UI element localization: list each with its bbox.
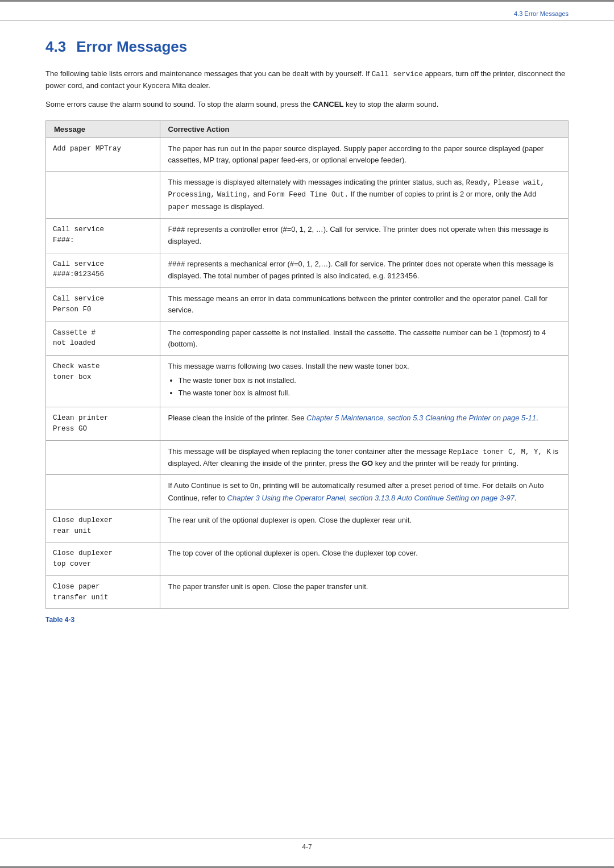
table-row: Add paper MPTray The paper has run out i… [46,137,568,171]
msg-close-duplexer-rear: Close duplexer rear unit [46,509,160,542]
table-row: Call service ####:0123456 #### represent… [46,253,568,288]
action-call-service-hash: #### represents a mechanical error (#=0,… [160,253,568,288]
table-row: Call service Person F0 This message mean… [46,288,568,322]
table-row: Close duplexer top cover The top cover o… [46,542,568,576]
action-cassette-not-loaded: The corresponding paper cassette is not … [160,322,568,355]
code-ready: Ready, [466,179,491,187]
code-on: On [250,482,259,490]
table-row: Call service F###: F### represents a con… [46,219,568,253]
intro-paragraph-1: The following table lists errors and mai… [45,68,569,92]
call-service-code: Call service [372,70,423,78]
action-close-paper-transfer: The paper transfer unit is open. Close t… [160,575,568,609]
section-number: 4.3 [45,38,66,56]
intro-p2-pre: Some errors cause the alarm sound to sou… [45,100,438,108]
code-####: #### [168,261,185,269]
table-row: Clean printer Press GO Please clean the … [46,407,568,441]
action-close-duplexer-rear: The rear unit of the optional duplexer i… [160,509,568,542]
list-item: The waste toner box is not installed. [179,375,561,386]
table-row: Cassette # not loaded The corresponding … [46,322,568,355]
table-header-row: Message Corrective Action [46,121,568,138]
go-bold: GO [362,459,373,468]
table-row: Check waste toner box This message warns… [46,355,568,407]
footer-bar: 4-7 [0,838,614,851]
intro-paragraph-2: Some errors cause the alarm sound to sou… [45,99,569,110]
table-row: Close duplexer rear unit The rear unit o… [46,509,568,542]
header-section-ref: 4.3 Error Messages [514,10,569,17]
auto-continue-link[interactable]: Chapter 3 Using the Operator Panel, sect… [227,494,515,502]
table-row: This message will be displayed when repl… [46,440,568,475]
col-header-action: Corrective Action [160,121,568,138]
action-call-service-person: This message means an error in data comm… [160,288,568,322]
col-header-message: Message [46,121,160,138]
clean-printer-link[interactable]: Chapter 5 Maintenance, section 5.3 Clean… [306,414,536,422]
code-please-wait: Please wait, [493,179,545,187]
action-clean-printer-2: This message will be displayed when repl… [160,440,568,475]
code-replace-toner: Replace toner C, M, Y, K [449,448,551,456]
table-caption: Table 4-3 [45,614,569,624]
cancel-bold: CANCEL [313,100,343,108]
msg-clean-printer-cont2 [46,475,160,510]
page-number: 4-7 [302,843,312,851]
header-bar: 4.3 Error Messages [0,0,614,21]
action-add-paper: The paper has run out in the paper sourc… [160,137,568,171]
action-clean-printer-1: Please clean the inside of the printer. … [160,407,568,441]
msg-call-service-person: Call service Person F0 [46,288,160,322]
intro-p1-pre: The following table lists errors and mai… [45,69,565,90]
code-form-feed: Form Feed Time Out. [268,191,349,199]
action-add-paper-cont: This message is displayed alternately wi… [160,171,568,218]
msg-cassette-not-loaded: Cassette # not loaded [46,322,160,355]
content-area: 4.3 Error Messages The following table l… [0,21,614,646]
msg-add-paper: Add paper MPTray [46,137,160,171]
table-row: If Auto Continue is set to On, printing … [46,475,568,510]
action-close-duplexer-top: The top cover of the optional duplexer i… [160,542,568,576]
action-clean-printer-3: If Auto Continue is set to On, printing … [160,475,568,510]
msg-add-paper-cont [46,171,160,218]
page-top-border [0,0,614,2]
error-messages-table-container: Message Corrective Action Add paper MPTr… [45,120,569,610]
table-row: Close paper transfer unit The paper tran… [46,575,568,609]
code-f###: F### [168,226,185,234]
list-item: The waste toner box is almost full. [179,387,561,399]
code-0123456: 0123456 [387,273,417,281]
msg-close-paper-transfer: Close paper transfer unit [46,575,160,609]
msg-clean-printer: Clean printer Press GO [46,407,160,441]
code-processing: Processing, [168,191,215,199]
action-check-waste: This message warns following two cases. … [160,355,568,407]
section-title-row: 4.3 Error Messages [45,38,569,56]
msg-call-service-hash: Call service ####:0123456 [46,253,160,288]
msg-call-service-f: Call service F###: [46,219,160,253]
msg-clean-printer-cont [46,440,160,475]
msg-check-waste: Check waste toner box [46,355,160,407]
waste-toner-list: The waste toner box is not installed. Th… [179,375,561,399]
action-call-service-f: F### represents a controller error (#=0,… [160,219,568,253]
code-waiting: Waiting, [217,191,251,199]
error-messages-table: Message Corrective Action Add paper MPTr… [46,121,568,610]
section-title: Error Messages [76,38,187,56]
table-row: This message is displayed alternately wi… [46,171,568,218]
msg-close-duplexer-top: Close duplexer top cover [46,542,160,576]
